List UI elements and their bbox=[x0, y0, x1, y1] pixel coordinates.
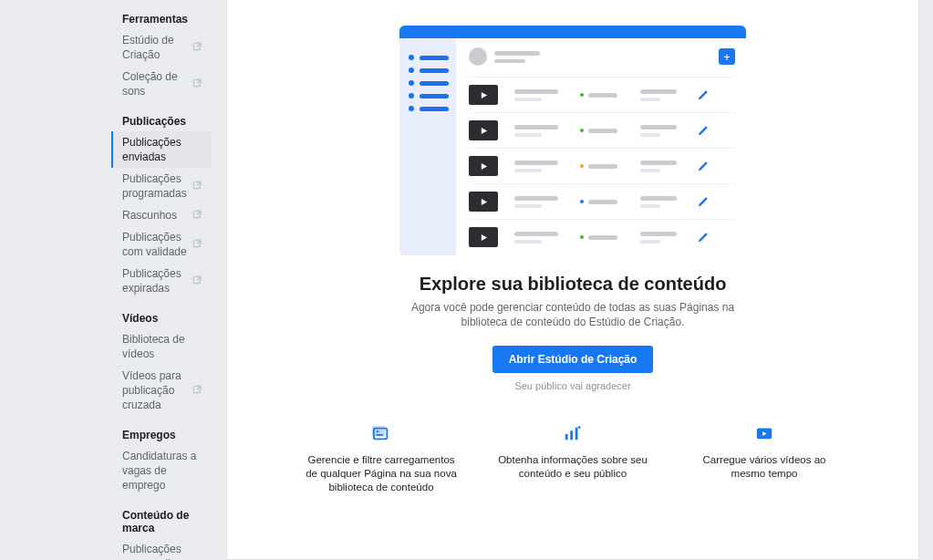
content-card: + Explore sua biblioteca de conteúdo Ago… bbox=[226, 0, 919, 560]
sidebar-item[interactable]: Estúdio de Criação bbox=[111, 29, 212, 66]
illustration-content-row bbox=[469, 148, 735, 183]
pencil-icon bbox=[697, 124, 710, 137]
main-area: + Explore sua biblioteca de conteúdo Ago… bbox=[219, 0, 933, 560]
manage-icon bbox=[371, 422, 391, 444]
pencil-icon bbox=[697, 231, 710, 244]
illustration-content-row bbox=[469, 112, 735, 148]
sidebar-section-header: Conteúdo de marca bbox=[111, 503, 219, 538]
feature-item: Carregue vários vídeos ao mesmo tempo bbox=[687, 422, 842, 494]
sidebar-item-label: Coleção de sons bbox=[122, 69, 192, 99]
sidebar-item-label: Publicações com validade bbox=[122, 230, 192, 259]
sidebar-item[interactable]: Rascunhos bbox=[111, 204, 212, 226]
sidebar-item[interactable]: Coleção de sons bbox=[111, 66, 212, 102]
play-icon bbox=[469, 85, 498, 105]
play-icon bbox=[469, 156, 498, 176]
sidebar-item[interactable]: Publicações para analisar bbox=[111, 538, 212, 560]
play-icon bbox=[469, 192, 498, 212]
feature-item: Obtenha informações sobre seu conteúdo e… bbox=[495, 422, 650, 494]
svg-rect-10 bbox=[372, 426, 386, 437]
sidebar-item-label: Publicações para analisar bbox=[122, 542, 202, 560]
external-link-icon bbox=[192, 77, 202, 91]
sidebar-item[interactable]: Publicações expiradas bbox=[111, 263, 212, 299]
cta-subtext: Seu público vai agradecer bbox=[514, 380, 630, 391]
external-link-icon bbox=[192, 179, 202, 193]
open-creator-studio-button[interactable]: Abrir Estúdio de Criação bbox=[492, 346, 654, 373]
sidebar-section-header: Empregos bbox=[111, 423, 219, 445]
sidebar-section-header: Vídeos bbox=[111, 306, 219, 328]
illustration-topbar bbox=[399, 26, 746, 38]
illustration-content-row bbox=[469, 183, 735, 219]
feature-text: Gerencie e filtre carregamentos de qualq… bbox=[304, 453, 459, 494]
sidebar-item[interactable]: Publicações programadas bbox=[111, 168, 212, 204]
feature-text: Obtenha informações sobre seu conteúdo e… bbox=[495, 453, 650, 481]
external-link-icon bbox=[192, 383, 202, 398]
pencil-icon bbox=[697, 160, 710, 172]
svg-rect-13 bbox=[575, 428, 578, 441]
sidebar-item-label: Publicações programadas bbox=[122, 171, 192, 201]
feature-item: Gerencie e filtre carregamentos de qualq… bbox=[304, 422, 459, 494]
sidebar-item[interactable]: Publicações com validade bbox=[111, 226, 212, 263]
external-link-icon bbox=[192, 274, 202, 288]
sidebar-nav: FerramentasEstúdio de CriaçãoColeção de … bbox=[0, 0, 219, 560]
avatar-icon bbox=[469, 47, 487, 66]
plus-icon: + bbox=[719, 48, 735, 65]
illustration-sidebar bbox=[399, 38, 456, 255]
sidebar-item[interactable]: Biblioteca de vídeos bbox=[111, 328, 212, 365]
sidebar-item-label: Publicações enviadas bbox=[122, 135, 202, 164]
external-link-icon bbox=[192, 208, 202, 223]
pencil-icon bbox=[697, 195, 710, 208]
external-link-icon bbox=[192, 237, 202, 252]
feature-text: Carregue vários vídeos ao mesmo tempo bbox=[687, 453, 842, 481]
sidebar-item-label: Biblioteca de vídeos bbox=[122, 332, 202, 361]
upload-icon bbox=[753, 422, 775, 444]
sidebar-item-label: Candidaturas a vagas de emprego bbox=[122, 449, 202, 493]
illustration-library: + bbox=[399, 26, 746, 255]
headline: Explore sua biblioteca de conteúdo bbox=[420, 274, 727, 295]
sidebar-item-label: Vídeos para publicação cruzada bbox=[122, 368, 192, 412]
sidebar-item-label: Estúdio de Criação bbox=[122, 33, 192, 62]
illustration-content-row bbox=[469, 219, 735, 254]
sidebar-item[interactable]: Candidaturas a vagas de emprego bbox=[111, 445, 212, 496]
external-link-icon bbox=[192, 40, 202, 55]
play-icon bbox=[469, 227, 498, 247]
pencil-icon bbox=[697, 88, 710, 101]
sidebar-item-label: Publicações expiradas bbox=[122, 266, 192, 296]
insights-icon bbox=[563, 422, 583, 444]
sidebar-item-label: Rascunhos bbox=[122, 208, 177, 223]
svg-rect-12 bbox=[570, 430, 573, 440]
subtext: Agora você pode gerenciar conteúdo de to… bbox=[409, 300, 737, 329]
features-row: Gerencie e filtre carregamentos de qualq… bbox=[299, 422, 846, 494]
illustration-main: + bbox=[456, 38, 746, 255]
svg-point-14 bbox=[578, 426, 581, 429]
sidebar-item[interactable]: Publicações enviadas bbox=[111, 131, 212, 168]
illustration-content-row bbox=[469, 77, 735, 112]
play-icon bbox=[469, 120, 498, 140]
sidebar-section-header: Ferramentas bbox=[111, 7, 219, 29]
sidebar-section-header: Publicações bbox=[111, 109, 219, 131]
svg-rect-11 bbox=[565, 434, 568, 440]
sidebar-item[interactable]: Vídeos para publicação cruzada bbox=[111, 365, 212, 416]
